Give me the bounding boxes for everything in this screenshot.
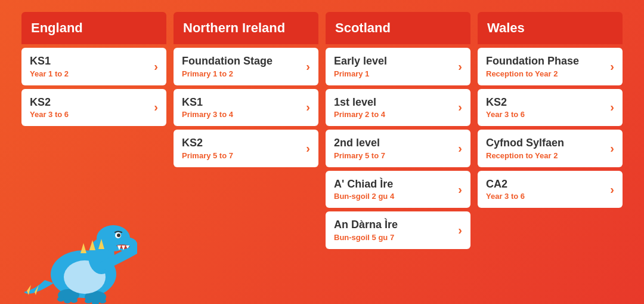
card-arrow-first-level: › <box>458 100 462 114</box>
card-text-ks1-ni: KS1Primary 3 to 4 <box>182 96 233 119</box>
column-header-scotland: Scotland <box>326 12 470 44</box>
card-subtitle-ks1-ni: Primary 3 to 4 <box>182 110 233 119</box>
card-ca2[interactable]: CA2Year 3 to 6› <box>478 171 623 208</box>
card-arrow-ks2-wales: › <box>610 100 614 114</box>
card-title-ca2: CA2 <box>486 178 525 191</box>
cards-container-wales: Foundation PhaseReception to Year 2›KS2Y… <box>478 44 623 208</box>
card-subtitle-ks2: Year 3 to 6 <box>30 110 69 119</box>
card-text-foundation-stage: Foundation StagePrimary 1 to 2 <box>182 55 273 78</box>
card-text-ca2: CA2Year 3 to 6 <box>486 178 525 201</box>
card-title-ks2: KS2 <box>30 96 69 109</box>
card-title-a-chiad-ire: A' Chiad Ìre <box>334 178 394 191</box>
card-subtitle-ks2-ni: Primary 5 to 7 <box>182 151 233 160</box>
card-ks1-ni[interactable]: KS1Primary 3 to 4› <box>174 89 318 127</box>
cards-container-england: KS1Year 1 to 2›KS2Year 3 to 6› <box>21 44 166 126</box>
card-ks2[interactable]: KS2Year 3 to 6› <box>21 89 166 127</box>
card-arrow-foundation-phase: › <box>610 60 614 73</box>
card-second-level[interactable]: 2nd levelPrimary 5 to 7› <box>326 130 470 167</box>
card-text-cyfnod-sylfaen: Cyfnod SylfaenReception to Year 2 <box>486 137 564 160</box>
card-text-early-level: Early levelPrimary 1 <box>334 55 387 78</box>
card-ks2-ni[interactable]: KS2Primary 5 to 7› <box>174 130 318 167</box>
card-title-ks1-ni: KS1 <box>182 96 233 109</box>
card-arrow-foundation-stage: › <box>306 60 310 73</box>
card-subtitle-foundation-stage: Primary 1 to 2 <box>182 69 273 78</box>
card-first-level[interactable]: 1st levelPrimary 2 to 4› <box>326 89 470 127</box>
card-text-first-level: 1st levelPrimary 2 to 4 <box>334 96 385 119</box>
card-arrow-cyfnod-sylfaen: › <box>610 142 614 155</box>
card-arrow-ks2-ni: › <box>306 142 310 155</box>
card-arrow-ks1: › <box>154 60 158 73</box>
card-text-ks2-ni: KS2Primary 5 to 7 <box>182 137 233 160</box>
card-subtitle-first-level: Primary 2 to 4 <box>334 110 385 119</box>
card-subtitle-ca2: Year 3 to 6 <box>486 192 525 201</box>
card-title-foundation-stage: Foundation Stage <box>182 55 273 68</box>
card-title-ks2-wales: KS2 <box>486 96 525 109</box>
svg-point-8 <box>85 299 92 303</box>
svg-point-6 <box>64 299 71 303</box>
card-subtitle-foundation-phase: Reception to Year 2 <box>486 69 579 78</box>
card-an-darna-ire[interactable]: An Dàrna ÌreBun-sgoil 5 gu 7› <box>326 211 470 249</box>
card-subtitle-cyfnod-sylfaen: Reception to Year 2 <box>486 151 564 160</box>
card-arrow-an-darna-ire: › <box>458 223 462 237</box>
card-arrow-a-chiad-ire: › <box>458 183 462 196</box>
card-a-chiad-ire[interactable]: A' Chiad ÌreBun-sgoil 2 gu 4› <box>326 171 470 208</box>
card-subtitle-ks2-wales: Year 3 to 6 <box>486 110 525 119</box>
mascot-illustration <box>18 196 137 304</box>
card-text-an-darna-ire: An Dàrna ÌreBun-sgoil 5 gu 7 <box>334 219 398 242</box>
column-wales: WalesFoundation PhaseReception to Year 2… <box>474 12 626 249</box>
card-text-ks2-wales: KS2Year 3 to 6 <box>486 96 525 119</box>
card-title-foundation-phase: Foundation Phase <box>486 55 579 68</box>
card-title-second-level: 2nd level <box>334 137 385 150</box>
column-header-wales: Wales <box>478 12 623 44</box>
card-title-early-level: Early level <box>334 55 387 68</box>
svg-point-19 <box>117 234 120 237</box>
cards-container-scotland: Early levelPrimary 1›1st levelPrimary 2 … <box>326 44 470 249</box>
card-text-ks1: KS1Year 1 to 2 <box>30 55 69 78</box>
column-header-england: England <box>21 12 166 44</box>
card-foundation-stage[interactable]: Foundation StagePrimary 1 to 2› <box>174 48 318 85</box>
card-arrow-second-level: › <box>458 142 462 155</box>
card-foundation-phase[interactable]: Foundation PhaseReception to Year 2› <box>478 48 623 85</box>
svg-point-5 <box>57 297 64 302</box>
svg-marker-21 <box>80 243 86 253</box>
column-northern-ireland: Northern IrelandFoundation StagePrimary … <box>170 12 322 249</box>
svg-point-7 <box>70 298 78 303</box>
card-title-first-level: 1st level <box>334 96 385 109</box>
card-arrow-early-level: › <box>458 60 462 73</box>
card-title-ks2-ni: KS2 <box>182 137 233 150</box>
column-header-northern-ireland: Northern Ireland <box>174 12 318 44</box>
svg-point-10 <box>99 299 106 303</box>
card-ks2-wales[interactable]: KS2Year 3 to 6› <box>478 89 623 127</box>
card-subtitle-ks1: Year 1 to 2 <box>30 69 69 78</box>
card-ks1[interactable]: KS1Year 1 to 2› <box>21 48 166 85</box>
card-cyfnod-sylfaen[interactable]: Cyfnod SylfaenReception to Year 2› <box>478 130 623 167</box>
card-subtitle-an-darna-ire: Bun-sgoil 5 gu 7 <box>334 233 398 242</box>
card-text-ks2: KS2Year 3 to 6 <box>30 96 69 119</box>
card-arrow-ks2: › <box>154 100 158 114</box>
column-scotland: ScotlandEarly levelPrimary 1›1st levelPr… <box>322 12 474 249</box>
card-subtitle-a-chiad-ire: Bun-sgoil 2 gu 4 <box>334 192 394 201</box>
cards-container-northern-ireland: Foundation StagePrimary 1 to 2›KS1Primar… <box>174 44 318 167</box>
card-subtitle-second-level: Primary 5 to 7 <box>334 151 385 160</box>
card-arrow-ks1-ni: › <box>306 100 310 114</box>
card-text-second-level: 2nd levelPrimary 5 to 7 <box>334 137 385 160</box>
card-text-a-chiad-ire: A' Chiad ÌreBun-sgoil 2 gu 4 <box>334 178 394 201</box>
card-title-cyfnod-sylfaen: Cyfnod Sylfaen <box>486 137 564 150</box>
card-text-foundation-phase: Foundation PhaseReception to Year 2 <box>486 55 579 78</box>
card-title-an-darna-ire: An Dàrna Ìre <box>334 219 398 232</box>
card-arrow-ca2: › <box>610 183 614 196</box>
card-early-level[interactable]: Early levelPrimary 1› <box>326 48 470 85</box>
card-title-ks1: KS1 <box>30 55 69 68</box>
card-subtitle-early-level: Primary 1 <box>334 69 387 78</box>
